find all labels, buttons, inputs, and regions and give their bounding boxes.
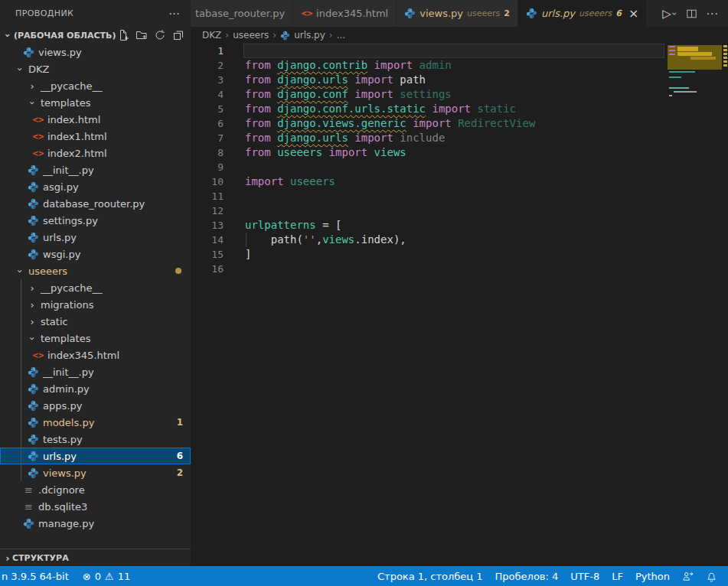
code-line-1[interactable]: 1	[191, 44, 728, 58]
code-line-16[interactable]: 16	[191, 262, 728, 276]
breadcrumb-item[interactable]: DKZ	[202, 30, 221, 41]
tree-item-static[interactable]: ›static	[0, 313, 191, 330]
refresh-icon[interactable]	[154, 29, 166, 41]
tree-item-.dcignore[interactable]: ≡.dcignore	[0, 481, 191, 498]
tab-views.py[interactable]: views.pyuseeers2	[397, 0, 518, 27]
tree-item-index2.html[interactable]: <>index2.html	[0, 145, 191, 161]
breadcrumb-separator-icon: ›	[225, 30, 229, 41]
workspace-section-header[interactable]: › (РАБОЧАЯ ОБЛАСТЬ) ...	[0, 27, 191, 44]
new-file-icon[interactable]	[117, 29, 129, 41]
chevron-right-icon: ›	[28, 283, 37, 293]
tree-item-urls.py[interactable]: urls.py	[0, 229, 191, 246]
tree-item-index.html[interactable]: <>index.html	[0, 111, 191, 128]
line-number: 9	[191, 160, 224, 174]
workspace-label: (РАБОЧАЯ ОБЛАСТЬ) ...	[14, 31, 117, 41]
breadcrumb-item[interactable]: urls.py	[294, 30, 325, 41]
tab-description: useeers	[579, 8, 612, 18]
split-editor-button[interactable]	[686, 8, 697, 19]
code-line-15[interactable]: 15]	[191, 247, 728, 262]
code-line-12[interactable]: 12	[191, 203, 728, 218]
editor-actions: ▷›···	[653, 0, 728, 27]
tree-item-templates[interactable]: ›templates	[0, 330, 191, 347]
tree-item-__init__.py[interactable]: __init__.py	[0, 363, 191, 380]
tree-item-views.py[interactable]: views.py2	[0, 464, 191, 481]
new-folder-icon[interactable]	[135, 29, 148, 41]
tree-item-__pycache__[interactable]: ›__pycache__	[0, 279, 191, 296]
tree-item-migrations[interactable]: ›migrations	[0, 296, 191, 313]
tree-item-asgi.py[interactable]: asgi.py	[0, 178, 191, 195]
tree-item-DKZ[interactable]: ›DKZ	[0, 60, 191, 77]
code-line-13[interactable]: 13urlpatterns = [	[191, 218, 728, 233]
tab-tabase_roouter.py[interactable]: tabase_roouter.py	[191, 0, 293, 27]
status-feedback[interactable]	[682, 571, 694, 582]
tree-item-urls.py[interactable]: urls.py6	[0, 448, 191, 464]
status-cursor-position[interactable]: Строка 1, столбец 1	[377, 571, 483, 582]
status-eol[interactable]: LF	[612, 571, 623, 582]
line-text: from django.conf.urls.static import stat…	[224, 102, 516, 116]
code-line-3[interactable]: 3from django.urls import path	[191, 73, 728, 87]
code-line-8[interactable]: 8from useeers import views	[191, 145, 728, 160]
code-line-2[interactable]: 2from django.contrib import admin	[191, 58, 728, 73]
tree-item-database_roouter.py[interactable]: database_roouter.py	[0, 195, 191, 212]
line-number: 1	[191, 44, 224, 58]
html-icon: <>	[32, 148, 44, 159]
chevron-right-icon: ›	[28, 300, 37, 310]
outline-section-header[interactable]: › СТРУКТУРА	[0, 549, 191, 566]
tree-item-wsgi.py[interactable]: wsgi.py	[0, 246, 191, 262]
status-notifications[interactable]	[706, 571, 717, 582]
tree-item-__pycache__[interactable]: ›__pycache__	[0, 77, 191, 94]
breadcrumb-item[interactable]: useeers	[233, 30, 269, 41]
run-dropdown-icon[interactable]: ›	[669, 11, 680, 15]
code-line-6[interactable]: 6from django.views.generic import Redire…	[191, 116, 728, 131]
tree-item-admin.py[interactable]: admin.py	[0, 380, 191, 397]
code-line-9[interactable]: 9	[191, 160, 728, 174]
tree-item-manage.py[interactable]: manage.py	[0, 515, 191, 532]
python-icon	[28, 198, 39, 210]
tree-item-templates[interactable]: ›templates	[0, 94, 191, 111]
file-label: migrations	[41, 299, 94, 311]
tree-item-__init__.py[interactable]: __init__.py	[0, 161, 191, 178]
code-line-5[interactable]: 5from django.conf.urls.static import sta…	[191, 102, 728, 116]
code-line-10[interactable]: 10import useeers	[191, 174, 728, 189]
line-number: 10	[191, 174, 224, 189]
status-problems[interactable]: ⊗0⚠11	[83, 571, 130, 582]
tree-item-settings.py[interactable]: settings.py	[0, 212, 191, 229]
chevron-right-icon: ›	[28, 317, 37, 327]
code-line-4[interactable]: 4from django.conf import settings	[191, 87, 728, 102]
tree-item-useeers[interactable]: ›useeers	[0, 262, 191, 279]
explorer-title: ПРОВОДНИК	[15, 8, 73, 18]
code-line-14[interactable]: 14 path('',views.index),	[191, 233, 728, 247]
breadcrumb-item[interactable]: ...	[337, 30, 345, 41]
line-text: urlpatterns = [	[224, 218, 341, 233]
tree-item-index345.html[interactable]: <>index345.html	[0, 347, 191, 363]
file-label: urls.py	[43, 232, 77, 243]
tree-item-models.py[interactable]: models.py1	[0, 414, 191, 431]
line-text	[224, 160, 245, 174]
tree-item-db.sqlite3[interactable]: ≡db.sqlite3	[0, 498, 191, 515]
file-label: asgi.py	[43, 181, 79, 193]
status-python-interpreter[interactable]: n 3.9.5 64-bit	[2, 571, 69, 582]
tab-urls.py[interactable]: urls.pyuseeers6×	[518, 0, 647, 27]
python-icon	[28, 434, 39, 445]
status-language-mode[interactable]: Python	[635, 571, 670, 582]
code-line-7[interactable]: 7from django.urls import include	[191, 131, 728, 145]
tree-item-views.py[interactable]: views.py	[0, 44, 191, 60]
chevron-down-icon: ›	[15, 266, 25, 275]
close-icon[interactable]: ×	[628, 6, 638, 21]
explorer-more-actions-button[interactable]: ···	[168, 8, 180, 20]
line-number: 8	[191, 145, 224, 160]
file-label: __init__.py	[43, 164, 94, 176]
status-indentation[interactable]: Пробелов: 4	[495, 571, 559, 582]
code-line-11[interactable]: 11	[191, 189, 728, 203]
tab-index345.html[interactable]: <>index345.html	[293, 0, 397, 27]
tree-item-index1.html[interactable]: <>index1.html	[0, 128, 191, 145]
tree-item-apps.py[interactable]: apps.py	[0, 397, 191, 414]
minimap[interactable]	[668, 44, 723, 135]
code-editor[interactable]: 12from django.contrib import admin3from …	[191, 44, 728, 566]
run-python-file-button[interactable]: ▷›	[662, 7, 676, 21]
collapse-all-icon[interactable]	[172, 29, 184, 41]
tree-item-tests.py[interactable]: tests.py	[0, 431, 191, 448]
editor-more-actions-button[interactable]: ···	[707, 8, 719, 20]
status-encoding[interactable]: UTF-8	[570, 571, 599, 582]
chevron-down-icon: ›	[3, 31, 13, 40]
